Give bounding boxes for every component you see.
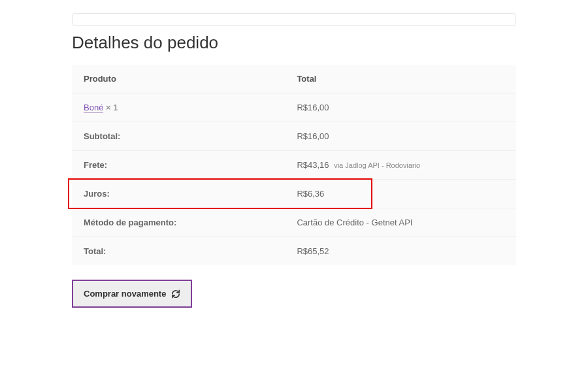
total-label: Total: [72, 237, 285, 265]
total-row: Total: R$65,52 [72, 237, 516, 265]
header-total: Total [285, 65, 516, 93]
reorder-button-label: Comprar novamente [84, 289, 166, 299]
order-details-heading: Detalhes do pedido [72, 33, 516, 53]
product-cell: Boné × 1 [72, 93, 285, 122]
subtotal-row: Subtotal: R$16,00 [72, 122, 516, 150]
interest-label: Juros: [72, 180, 285, 208]
order-details-table: Produto Total Boné × 1 R$16,00 Subtotal:… [72, 65, 516, 265]
table-header-row: Produto Total [72, 65, 516, 93]
payment-row: Método de pagamento: Cartão de Crédito -… [72, 208, 516, 237]
product-link[interactable]: Boné [84, 103, 103, 113]
payment-value: Cartão de Crédito - Getnet API [285, 208, 516, 237]
shipping-value-cell: R$43,16 via Jadlog API - Rodoviario [285, 151, 516, 179]
interest-value: R$6,36 [285, 180, 516, 208]
shipping-note: via Jadlog API - Rodoviario [334, 161, 420, 169]
shipping-value: R$43,16 [297, 160, 329, 170]
shipping-label: Frete: [72, 151, 285, 179]
top-empty-box [72, 13, 516, 26]
reorder-button[interactable]: Comprar novamente [72, 280, 192, 308]
payment-label: Método de pagamento: [72, 208, 285, 237]
total-value: R$65,52 [285, 237, 516, 265]
product-qty: × 1 [106, 103, 118, 112]
header-product: Produto [72, 65, 285, 93]
subtotal-value: R$16,00 [285, 122, 516, 150]
interest-row: Juros: R$6,36 [72, 179, 516, 208]
refresh-icon [171, 289, 180, 299]
product-row: Boné × 1 R$16,00 [72, 93, 516, 122]
product-price: R$16,00 [285, 93, 516, 122]
shipping-row: Frete: R$43,16 via Jadlog API - Rodoviar… [72, 150, 516, 179]
subtotal-label: Subtotal: [72, 122, 285, 150]
